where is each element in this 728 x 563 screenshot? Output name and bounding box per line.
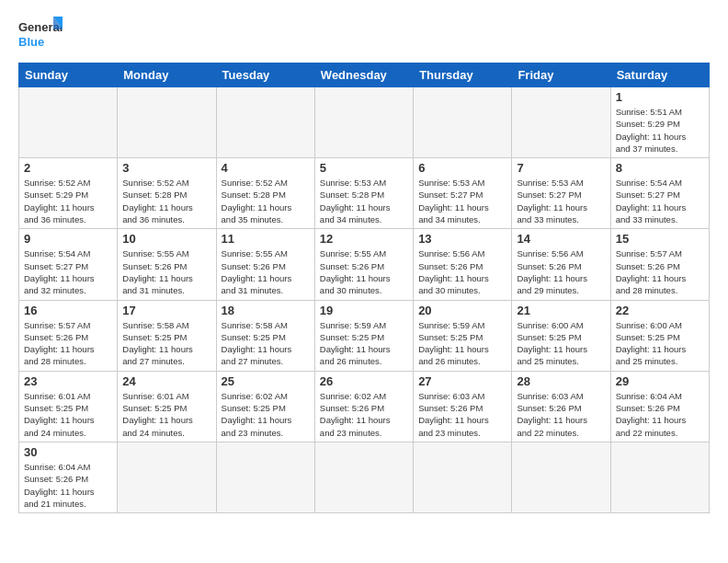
calendar-cell: 7Sunrise: 5:53 AMSunset: 5:27 PMDaylight…	[512, 158, 610, 229]
day-number: 21	[517, 304, 605, 317]
calendar-week-row: 2Sunrise: 5:52 AMSunset: 5:29 PMDaylight…	[19, 158, 710, 229]
day-number: 6	[418, 161, 506, 175]
day-info: Sunrise: 6:03 AMSunset: 5:26 PMDaylight:…	[418, 390, 506, 439]
day-info: Sunrise: 6:02 AMSunset: 5:25 PMDaylight:…	[222, 390, 310, 439]
day-info: Sunrise: 5:51 AMSunset: 5:29 PMDaylight:…	[616, 106, 704, 155]
day-number: 18	[222, 304, 310, 317]
weekday-header-monday: Monday	[118, 63, 216, 87]
day-number: 14	[517, 232, 605, 246]
calendar-cell: 9Sunrise: 5:54 AMSunset: 5:27 PMDaylight…	[19, 229, 118, 300]
calendar-header-row: SundayMondayTuesdayWednesdayThursdayFrid…	[19, 63, 710, 87]
day-number: 29	[616, 374, 704, 388]
calendar-cell: 5Sunrise: 5:53 AMSunset: 5:28 PMDaylight…	[314, 158, 413, 229]
calendar-cell: 24Sunrise: 6:01 AMSunset: 5:25 PMDayligh…	[118, 371, 216, 442]
day-info: Sunrise: 6:00 AMSunset: 5:25 PMDaylight:…	[616, 319, 704, 368]
calendar-cell: 18Sunrise: 5:58 AMSunset: 5:25 PMDayligh…	[216, 300, 314, 371]
calendar-cell: 16Sunrise: 5:57 AMSunset: 5:26 PMDayligh…	[19, 300, 118, 371]
day-number: 2	[24, 161, 112, 175]
day-info: Sunrise: 5:52 AMSunset: 5:29 PMDaylight:…	[24, 177, 112, 225]
calendar-cell	[314, 87, 413, 158]
day-info: Sunrise: 5:52 AMSunset: 5:28 PMDaylight:…	[222, 177, 310, 225]
day-info: Sunrise: 6:02 AMSunset: 5:26 PMDaylight:…	[320, 390, 408, 439]
calendar-cell: 14Sunrise: 5:56 AMSunset: 5:26 PMDayligh…	[512, 229, 610, 300]
day-number: 3	[122, 161, 210, 175]
svg-text:Blue: Blue	[18, 35, 44, 49]
day-info: Sunrise: 5:55 AMSunset: 5:26 PMDaylight:…	[320, 247, 408, 296]
day-info: Sunrise: 5:55 AMSunset: 5:26 PMDaylight:…	[222, 247, 310, 296]
day-number: 1	[616, 90, 704, 104]
calendar-cell: 3Sunrise: 5:52 AMSunset: 5:28 PMDaylight…	[118, 158, 216, 229]
calendar-cell: 15Sunrise: 5:57 AMSunset: 5:26 PMDayligh…	[610, 229, 709, 300]
calendar-cell: 2Sunrise: 5:52 AMSunset: 5:29 PMDaylight…	[19, 158, 118, 229]
day-info: Sunrise: 5:52 AMSunset: 5:28 PMDaylight:…	[122, 177, 210, 225]
day-number: 27	[418, 374, 506, 388]
day-info: Sunrise: 5:59 AMSunset: 5:25 PMDaylight:…	[320, 319, 408, 368]
calendar-cell: 10Sunrise: 5:55 AMSunset: 5:26 PMDayligh…	[118, 229, 216, 300]
day-number: 22	[616, 304, 704, 317]
day-number: 20	[418, 304, 506, 317]
day-number: 12	[320, 232, 408, 246]
calendar-cell	[512, 87, 610, 158]
calendar-cell	[414, 442, 512, 512]
calendar-cell	[19, 87, 118, 158]
calendar-cell: 26Sunrise: 6:02 AMSunset: 5:26 PMDayligh…	[314, 371, 413, 442]
weekday-header-thursday: Thursday	[414, 63, 512, 87]
calendar-cell: 28Sunrise: 6:03 AMSunset: 5:26 PMDayligh…	[512, 371, 610, 442]
calendar-cell: 21Sunrise: 6:00 AMSunset: 5:25 PMDayligh…	[512, 300, 610, 371]
calendar-cell	[216, 442, 314, 512]
day-number: 5	[320, 161, 408, 175]
calendar-cell: 1Sunrise: 5:51 AMSunset: 5:29 PMDaylight…	[610, 87, 709, 158]
day-info: Sunrise: 5:58 AMSunset: 5:25 PMDaylight:…	[122, 319, 210, 368]
day-number: 24	[122, 374, 210, 388]
calendar-cell: 19Sunrise: 5:59 AMSunset: 5:25 PMDayligh…	[314, 300, 413, 371]
calendar-week-row: 9Sunrise: 5:54 AMSunset: 5:27 PMDaylight…	[19, 229, 710, 300]
day-number: 10	[122, 232, 210, 246]
day-number: 7	[517, 161, 605, 175]
calendar-cell: 29Sunrise: 6:04 AMSunset: 5:26 PMDayligh…	[610, 371, 709, 442]
calendar-cell: 30Sunrise: 6:04 AMSunset: 5:26 PMDayligh…	[19, 442, 118, 512]
day-info: Sunrise: 5:57 AMSunset: 5:26 PMDaylight:…	[616, 247, 704, 296]
weekday-header-saturday: Saturday	[610, 63, 709, 87]
header: General Blue	[18, 15, 710, 53]
day-number: 15	[616, 232, 704, 246]
day-info: Sunrise: 5:56 AMSunset: 5:26 PMDaylight:…	[517, 247, 605, 296]
calendar-cell: 27Sunrise: 6:03 AMSunset: 5:26 PMDayligh…	[414, 371, 512, 442]
day-info: Sunrise: 6:04 AMSunset: 5:26 PMDaylight:…	[616, 390, 704, 439]
day-number: 28	[517, 374, 605, 388]
page: General Blue SundayMondayTuesdayWednesda…	[0, 0, 728, 523]
calendar-cell: 25Sunrise: 6:02 AMSunset: 5:25 PMDayligh…	[216, 371, 314, 442]
day-info: Sunrise: 6:00 AMSunset: 5:25 PMDaylight:…	[517, 319, 605, 368]
calendar-cell: 13Sunrise: 5:56 AMSunset: 5:26 PMDayligh…	[414, 229, 512, 300]
calendar-week-row: 16Sunrise: 5:57 AMSunset: 5:26 PMDayligh…	[19, 300, 710, 371]
day-info: Sunrise: 5:59 AMSunset: 5:25 PMDaylight:…	[418, 319, 506, 368]
day-number: 25	[222, 374, 310, 388]
calendar-cell: 4Sunrise: 5:52 AMSunset: 5:28 PMDaylight…	[216, 158, 314, 229]
day-number: 26	[320, 374, 408, 388]
weekday-header-friday: Friday	[512, 63, 610, 87]
day-number: 8	[616, 161, 704, 175]
day-number: 13	[418, 232, 506, 246]
calendar-cell: 6Sunrise: 5:53 AMSunset: 5:27 PMDaylight…	[414, 158, 512, 229]
calendar-cell: 20Sunrise: 5:59 AMSunset: 5:25 PMDayligh…	[414, 300, 512, 371]
calendar-cell	[414, 87, 512, 158]
day-number: 17	[122, 304, 210, 317]
day-number: 11	[222, 232, 310, 246]
calendar-week-row: 30Sunrise: 6:04 AMSunset: 5:26 PMDayligh…	[19, 442, 710, 512]
logo: General Blue	[18, 15, 64, 53]
calendar-cell: 11Sunrise: 5:55 AMSunset: 5:26 PMDayligh…	[216, 229, 314, 300]
calendar-week-row: 1Sunrise: 5:51 AMSunset: 5:29 PMDaylight…	[19, 87, 710, 158]
day-info: Sunrise: 6:01 AMSunset: 5:25 PMDaylight:…	[122, 390, 210, 439]
day-info: Sunrise: 5:54 AMSunset: 5:27 PMDaylight:…	[616, 177, 704, 225]
generalblue-logo-icon: General Blue	[18, 15, 64, 53]
day-info: Sunrise: 5:57 AMSunset: 5:26 PMDaylight:…	[24, 319, 112, 368]
weekday-header-tuesday: Tuesday	[216, 63, 314, 87]
weekday-header-sunday: Sunday	[19, 63, 118, 87]
day-info: Sunrise: 5:55 AMSunset: 5:26 PMDaylight:…	[122, 247, 210, 296]
day-number: 23	[24, 374, 112, 388]
day-info: Sunrise: 5:56 AMSunset: 5:26 PMDaylight:…	[418, 247, 506, 296]
calendar-cell	[216, 87, 314, 158]
day-info: Sunrise: 5:53 AMSunset: 5:28 PMDaylight:…	[320, 177, 408, 225]
calendar-cell: 17Sunrise: 5:58 AMSunset: 5:25 PMDayligh…	[118, 300, 216, 371]
day-number: 30	[24, 445, 112, 459]
day-info: Sunrise: 5:53 AMSunset: 5:27 PMDaylight:…	[517, 177, 605, 225]
